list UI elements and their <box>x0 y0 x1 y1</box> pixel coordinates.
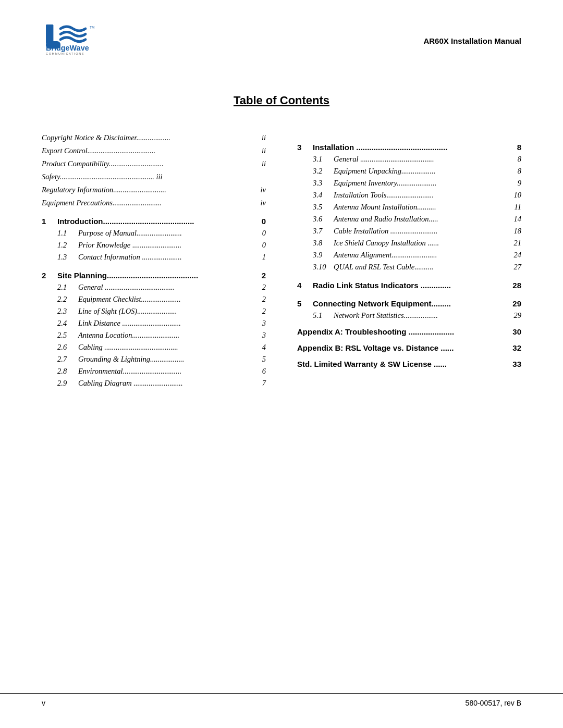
svg-text:BridgeWave: BridgeWave <box>46 44 89 52</box>
bridgewave-logo: BridgeWave TM COMMUNICATIONS <box>42 21 125 57</box>
main-content: Table of Contents Copyright Notice & Dis… <box>0 68 563 433</box>
prelim-entry-4: Safety..................................… <box>42 172 266 181</box>
footer-right: 580-00517, rev B <box>466 699 521 707</box>
toc-sub-1-2: 1.2 Prior Knowledge ....................… <box>42 241 266 250</box>
toc-sub-3-1: 3.1 General ............................… <box>297 155 521 164</box>
toc-sub-2-4: 2.4 Link Distance ......................… <box>42 319 266 328</box>
toc-sub-3-9: 3.9 Antenna Alignment...................… <box>297 251 521 260</box>
page: BridgeWave TM COMMUNICATIONS AR60X Insta… <box>0 0 563 728</box>
toc-sub-3-5: 3.5 Antenna Mount Installation..........… <box>297 203 521 212</box>
toc-sub-1-1: 1.1 Purpose of Manual...................… <box>42 229 266 238</box>
toc-sub-3-7: 3.7 Cable Installation .................… <box>297 227 521 236</box>
svg-rect-0 <box>46 24 53 43</box>
section-5: 5 Connecting Network Equipment......... … <box>297 299 521 320</box>
section-3: 3 Installation .........................… <box>297 143 521 272</box>
section-1-header: 1 Introduction..........................… <box>42 217 266 226</box>
svg-text:TM: TM <box>90 26 94 29</box>
toc-sub-2-3: 2.3 Line of Sight (LOS).................… <box>42 307 266 316</box>
section-3-header: 3 Installation .........................… <box>297 143 521 152</box>
prelim-entry-5: Regulatory Information..................… <box>42 186 266 194</box>
toc-sub-3-3: 3.3 Equipment Inventory.................… <box>297 179 521 188</box>
prelim-entry-3: Product Compatibility...................… <box>42 159 266 168</box>
prelim-entry-1: Copyright Notice & Disclaimer...........… <box>42 133 266 142</box>
toc-container: Copyright Notice & Disclaimer...........… <box>42 133 521 391</box>
std-warranty: Std. Limited Warranty & SW License .....… <box>297 360 521 368</box>
toc-right: 3 Installation .........................… <box>297 133 521 371</box>
prelim-entry-2: Export Control..........................… <box>42 146 266 155</box>
manual-title: AR60X Installation Manual <box>423 21 521 45</box>
appendix-b: Appendix B: RSL Voltage vs. Distance ...… <box>297 343 521 352</box>
footer-left: v <box>42 699 45 707</box>
toc-sub-2-6: 2.6 Cabling ............................… <box>42 343 266 352</box>
section-5-header: 5 Connecting Network Equipment......... … <box>297 299 521 308</box>
svg-text:COMMUNICATIONS: COMMUNICATIONS <box>46 52 84 55</box>
toc-sub-2-1: 2.1 General ............................… <box>42 283 266 292</box>
toc-sub-1-3: 1.3 Contact Information ................… <box>42 253 266 262</box>
section-2: 2 Site Planning.........................… <box>42 271 266 388</box>
toc-sub-2-9: 2.9 Cabling Diagram ....................… <box>42 379 266 388</box>
section-1: 1 Introduction..........................… <box>42 217 266 262</box>
toc-sub-3-10: 3.10 QUAL and RSL Test Cable.......... 2… <box>297 263 521 272</box>
toc-sub-2-8: 2.8 Environmental.......................… <box>42 367 266 376</box>
logo-area: BridgeWave TM COMMUNICATIONS <box>42 21 125 57</box>
toc-sub-5-1: 5.1 Network Port Statistics.............… <box>297 311 521 320</box>
page-title: Table of Contents <box>42 94 521 107</box>
toc-sub-3-6: 3.6 Antenna and Radio Installation..... … <box>297 215 521 224</box>
toc-sub-2-5: 2.5 Antenna Location....................… <box>42 331 266 340</box>
section-2-header: 2 Site Planning.........................… <box>42 271 266 280</box>
prelim-entry-6: Equipment Precautions...................… <box>42 199 266 207</box>
toc-sub-2-2: 2.2 Equipment Checklist.................… <box>42 295 266 304</box>
toc-left: Copyright Notice & Disclaimer...........… <box>42 133 266 391</box>
header: BridgeWave TM COMMUNICATIONS AR60X Insta… <box>0 0 563 68</box>
section-4: 4 Radio Link Status Indicators .........… <box>297 281 521 290</box>
appendix-a: Appendix A: Troubleshooting ............… <box>297 327 521 336</box>
toc-sub-3-8: 3.8 Ice Shield Canopy Installation .....… <box>297 239 521 248</box>
toc-sub-3-2: 3.2 Equipment Unpacking.................… <box>297 167 521 176</box>
section-4-header: 4 Radio Link Status Indicators .........… <box>297 281 521 290</box>
toc-sub-3-4: 3.4 Installation Tools..................… <box>297 191 521 200</box>
toc-sub-2-7: 2.7 Grounding & Lightning...............… <box>42 355 266 364</box>
footer: v 580-00517, rev B <box>0 693 563 707</box>
